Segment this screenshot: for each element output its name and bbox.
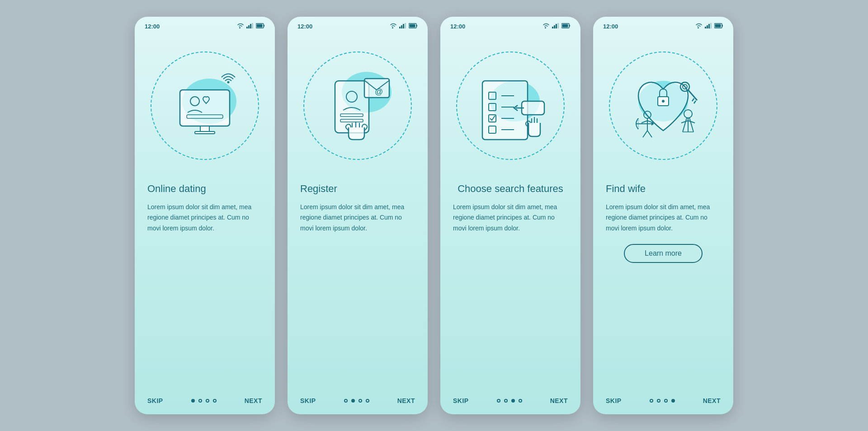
dot-2-1 bbox=[344, 399, 348, 403]
illustration-area-4 bbox=[593, 33, 733, 178]
svg-rect-34 bbox=[569, 25, 570, 27]
svg-rect-30 bbox=[554, 25, 555, 28]
svg-line-66 bbox=[643, 131, 647, 137]
skip-button-3[interactable]: SKIP bbox=[453, 397, 469, 404]
svg-rect-3 bbox=[252, 23, 253, 28]
screen-body-1: Lorem ipsum dolor sit dim amet, mea regi… bbox=[147, 202, 262, 234]
svg-rect-5 bbox=[264, 25, 264, 27]
screen-find-wife: 12:00 bbox=[593, 17, 733, 414]
svg-rect-2 bbox=[250, 24, 251, 28]
dot-4-3 bbox=[664, 399, 668, 403]
dot-2-2 bbox=[351, 399, 355, 403]
dot-3-4 bbox=[519, 399, 522, 403]
screen-title-4: Find wife bbox=[606, 183, 646, 196]
next-button-4[interactable]: NEXT bbox=[703, 397, 721, 404]
dashed-circle-3 bbox=[456, 52, 565, 160]
status-time-1: 12:00 bbox=[145, 23, 160, 30]
svg-rect-6 bbox=[257, 24, 263, 28]
dot-4-1 bbox=[650, 399, 653, 403]
nav-bar-4: SKIP NEXT bbox=[593, 389, 733, 414]
signal-icon-1 bbox=[246, 23, 254, 30]
svg-rect-32 bbox=[557, 23, 559, 28]
nav-dots-2 bbox=[344, 399, 369, 403]
dot-2-3 bbox=[359, 399, 362, 403]
skip-button-4[interactable]: SKIP bbox=[606, 397, 622, 404]
svg-point-12 bbox=[227, 81, 230, 84]
svg-rect-1 bbox=[248, 25, 250, 28]
svg-rect-14 bbox=[401, 25, 402, 28]
skip-button-1[interactable]: SKIP bbox=[147, 397, 163, 404]
skip-button-2[interactable]: SKIP bbox=[300, 397, 316, 404]
dot-2-4 bbox=[366, 399, 369, 403]
status-bar-2: 12:00 bbox=[288, 17, 428, 33]
status-bar-4: 12:00 bbox=[593, 17, 733, 33]
signal-icon-2 bbox=[399, 23, 406, 30]
nav-dots-3 bbox=[497, 399, 522, 403]
text-area-3: Choose search features Lorem ipsum dolor… bbox=[440, 178, 580, 389]
svg-rect-35 bbox=[562, 24, 568, 28]
screens-container: 12:00 bbox=[135, 17, 733, 414]
svg-rect-0 bbox=[246, 27, 248, 28]
nav-bar-1: SKIP NEXT bbox=[135, 389, 275, 414]
status-bar-3: 12:00 bbox=[440, 17, 580, 33]
text-area-2: Register Lorem ipsum dolor sit dim amet,… bbox=[288, 178, 428, 389]
text-area-4: Find wife Lorem ipsum dolor sit dim amet… bbox=[593, 178, 733, 389]
next-button-3[interactable]: NEXT bbox=[550, 397, 568, 404]
wifi-icon-4 bbox=[695, 23, 703, 30]
screen-online-dating: 12:00 bbox=[135, 17, 275, 414]
status-time-4: 12:00 bbox=[603, 23, 618, 30]
screen-search-features: 12:00 bbox=[440, 17, 580, 414]
nav-dots-4 bbox=[650, 399, 675, 403]
dot-1-4 bbox=[213, 399, 217, 403]
screen2-illustration: @ bbox=[312, 61, 403, 151]
dot-4-4 bbox=[671, 399, 675, 403]
screen-title-2: Register bbox=[300, 183, 337, 196]
svg-text:@: @ bbox=[375, 87, 383, 96]
screen3-illustration bbox=[465, 61, 556, 151]
signal-icon-3 bbox=[552, 23, 559, 30]
wifi-icon-3 bbox=[542, 23, 550, 30]
svg-rect-7 bbox=[180, 90, 230, 126]
svg-rect-29 bbox=[552, 27, 553, 28]
wifi-icon-1 bbox=[237, 23, 244, 30]
illustration-area-2: @ bbox=[288, 33, 428, 178]
dashed-circle-2: @ bbox=[303, 52, 412, 160]
svg-rect-19 bbox=[410, 24, 415, 28]
status-time-2: 12:00 bbox=[297, 23, 312, 30]
svg-rect-15 bbox=[403, 24, 404, 28]
svg-point-70 bbox=[684, 110, 692, 118]
status-icons-4 bbox=[695, 23, 723, 30]
screen-title-3: Choose search features bbox=[458, 183, 563, 196]
svg-rect-9 bbox=[195, 131, 215, 134]
status-icons-2 bbox=[390, 23, 418, 30]
next-button-2[interactable]: NEXT bbox=[397, 397, 415, 404]
dot-3-1 bbox=[497, 399, 500, 403]
svg-rect-50 bbox=[705, 27, 706, 28]
nav-bar-3: SKIP NEXT bbox=[440, 389, 580, 414]
dot-4-2 bbox=[657, 399, 660, 403]
illustration-area-1 bbox=[135, 33, 275, 178]
wifi-icon-2 bbox=[390, 23, 397, 30]
dot-1-3 bbox=[206, 399, 209, 403]
svg-rect-45 bbox=[522, 101, 544, 115]
dashed-circle-4 bbox=[609, 52, 717, 160]
svg-rect-8 bbox=[200, 126, 209, 131]
svg-line-61 bbox=[688, 90, 697, 100]
svg-rect-16 bbox=[405, 23, 406, 28]
next-button-1[interactable]: NEXT bbox=[245, 397, 262, 404]
screen-body-2: Lorem ipsum dolor sit dim amet, mea regi… bbox=[300, 202, 415, 234]
svg-rect-52 bbox=[708, 24, 710, 28]
svg-rect-53 bbox=[710, 23, 712, 28]
signal-icon-4 bbox=[705, 23, 712, 30]
learn-more-button[interactable]: Learn more bbox=[624, 244, 703, 263]
status-icons-3 bbox=[542, 23, 571, 30]
svg-line-62 bbox=[692, 98, 694, 101]
text-area-1: Online dating Lorem ipsum dolor sit dim … bbox=[135, 178, 275, 389]
svg-rect-51 bbox=[707, 25, 708, 28]
screen1-illustration bbox=[160, 61, 250, 151]
status-icons-1 bbox=[237, 23, 265, 30]
status-bar-1: 12:00 bbox=[135, 17, 275, 33]
screen-body-3: Lorem ipsum dolor sit dim amet, mea regi… bbox=[453, 202, 568, 234]
dashed-circle-1 bbox=[151, 52, 259, 160]
screen-title-1: Online dating bbox=[147, 183, 206, 196]
